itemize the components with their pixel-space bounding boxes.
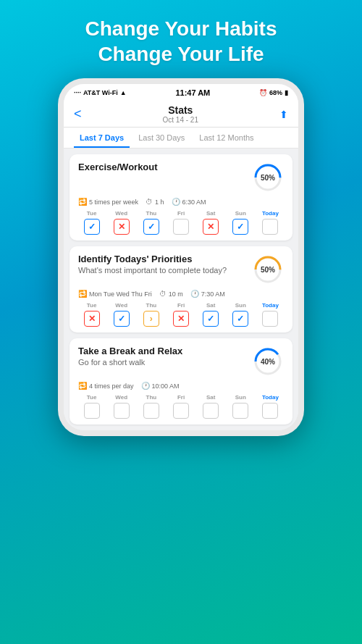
day-label-1-1: Wed xyxy=(115,302,127,309)
status-bar: ···· AT&T Wi-Fi ▲ 11:47 AM ⏰ 68% ▮ xyxy=(64,84,298,100)
day-cell-2-5: Sun xyxy=(227,394,254,419)
day-check-1-5[interactable]: ✓ xyxy=(232,311,248,327)
status-time: 11:47 AM xyxy=(175,88,210,97)
day-cell-2-0: Tue xyxy=(78,394,105,419)
day-label-0-1: Wed xyxy=(115,210,127,217)
day-label-1-3: Fri xyxy=(177,302,185,309)
signal-dots: ···· xyxy=(74,89,81,96)
meta-icon-2-1: 🕐 xyxy=(141,382,150,390)
battery-percent: 68% xyxy=(269,89,282,96)
share-button[interactable]: ⬆ xyxy=(279,109,288,120)
meta-icon-0-2: 🕐 xyxy=(172,198,180,206)
day-check-1-3[interactable]: ✕ xyxy=(173,311,189,327)
carrier: AT&T Wi-Fi xyxy=(83,89,118,96)
meta-icon-1-2: 🕐 xyxy=(190,290,199,298)
day-cell-0-0: Tue✓ xyxy=(78,210,105,235)
habit-card-0: Exercise/Workout 50%🔁5 times per week⏱1 … xyxy=(70,154,292,241)
day-cell-1-1: Wed✓ xyxy=(108,302,135,327)
meta-text-1-2: 7:30 AM xyxy=(201,290,225,298)
meta-item-1-0: 🔁Mon Tue Wed Thu Fri xyxy=(78,290,152,298)
nav-title-block: Stats Oct 14 - 21 xyxy=(163,104,198,124)
day-check-1-0[interactable]: ✕ xyxy=(84,311,100,327)
meta-item-0-2: 🕐6:30 AM xyxy=(172,198,206,206)
day-label-0-4: Sat xyxy=(206,210,215,217)
day-label-2-4: Sat xyxy=(206,394,215,401)
day-label-1-5: Sun xyxy=(235,302,246,309)
tabs-bar: Last 7 Days Last 30 Days Last 12 Months xyxy=(64,127,298,149)
meta-icon-2-0: 🔁 xyxy=(78,382,87,390)
hero-text: Change Your Habits Change Your Life xyxy=(70,0,291,78)
habit-name-2: Take a Break and Relax xyxy=(78,346,182,356)
day-cell-0-6: Today xyxy=(257,210,284,235)
day-label-2-1: Wed xyxy=(115,394,127,401)
habit-progress-0: 50% xyxy=(252,162,284,193)
day-label-2-0: Tue xyxy=(87,394,97,401)
day-label-1-4: Sat xyxy=(206,302,215,309)
day-cell-0-3: Fri xyxy=(167,210,194,235)
meta-icon-0-1: ⏱ xyxy=(146,198,153,206)
day-cell-1-6: Today xyxy=(257,302,284,327)
day-check-2-3[interactable] xyxy=(173,403,189,419)
habit-name-1: Identify Todays' Priorities xyxy=(78,254,227,264)
meta-text-1-1: 10 m xyxy=(169,290,183,298)
day-label-0-6: Today xyxy=(262,210,279,217)
tab-last30days[interactable]: Last 30 Days xyxy=(132,127,190,148)
day-label-0-5: Sun xyxy=(235,210,246,217)
day-check-0-6[interactable] xyxy=(262,219,278,235)
day-check-1-6[interactable] xyxy=(262,311,278,327)
day-label-2-6: Today xyxy=(262,394,279,401)
meta-item-1-2: 🕐7:30 AM xyxy=(190,290,225,298)
meta-item-2-0: 🔁4 times per day xyxy=(78,382,134,390)
day-check-0-0[interactable]: ✓ xyxy=(84,219,100,235)
habit-meta-2: 🔁4 times per day🕐10:00 AM xyxy=(78,382,284,390)
day-check-0-1[interactable]: ✕ xyxy=(114,219,130,235)
day-cell-0-1: Wed✕ xyxy=(108,210,135,235)
day-label-2-3: Fri xyxy=(177,394,185,401)
habit-progress-label-1: 50% xyxy=(261,266,275,274)
day-check-2-4[interactable] xyxy=(203,403,219,419)
day-check-2-2[interactable] xyxy=(143,403,159,419)
day-label-0-3: Fri xyxy=(177,210,185,217)
day-cell-2-2: Thu xyxy=(138,394,164,419)
day-check-2-5[interactable] xyxy=(232,403,248,419)
meta-text-2-1: 10:00 AM xyxy=(152,382,180,390)
day-check-1-1[interactable]: ✓ xyxy=(114,311,130,327)
habit-card-1: Identify Todays' PrioritiesWhat's most i… xyxy=(70,246,292,333)
day-row-2: TueWedThuFriSatSunToday xyxy=(78,394,284,419)
tab-last12months[interactable]: Last 12 Months xyxy=(193,127,259,148)
habit-card-2: Take a Break and RelaxGo for a short wal… xyxy=(70,338,292,425)
day-check-0-3[interactable] xyxy=(173,219,189,235)
day-check-0-5[interactable]: ✓ xyxy=(232,219,248,235)
habit-subtitle-2: Go for a short walk xyxy=(78,358,182,367)
back-button[interactable]: < xyxy=(74,106,82,122)
day-check-1-4[interactable]: ✓ xyxy=(203,311,219,327)
day-label-0-0: Tue xyxy=(87,210,97,217)
wifi-icon: ▲ xyxy=(120,89,127,96)
day-check-2-6[interactable] xyxy=(262,403,278,419)
day-row-0: Tue✓Wed✕Thu✓FriSat✕Sun✓Today xyxy=(78,210,284,235)
hero-line2: Change Your Life xyxy=(85,41,277,67)
day-cell-1-4: Sat✓ xyxy=(198,302,224,327)
nav-subtitle: Oct 14 - 21 xyxy=(163,116,198,124)
status-left: ···· AT&T Wi-Fi ▲ xyxy=(74,89,127,96)
day-label-0-2: Thu xyxy=(146,210,157,217)
day-cell-2-4: Sat xyxy=(198,394,224,419)
day-check-2-1[interactable] xyxy=(114,403,130,419)
status-right: ⏰ 68% ▮ xyxy=(259,89,288,96)
day-cell-0-5: Sun✓ xyxy=(227,210,254,235)
alarm-icon: ⏰ xyxy=(259,89,267,96)
day-cell-1-2: Thu› xyxy=(138,302,164,327)
hero-line1: Change Your Habits xyxy=(85,16,277,41)
day-check-2-0[interactable] xyxy=(84,403,100,419)
tab-last7days[interactable]: Last 7 Days xyxy=(74,127,130,148)
habit-header-1: Identify Todays' PrioritiesWhat's most i… xyxy=(78,254,284,285)
habit-progress-1: 50% xyxy=(252,254,284,285)
day-label-1-2: Thu xyxy=(146,302,157,309)
day-check-0-4[interactable]: ✕ xyxy=(203,219,219,235)
habit-meta-0: 🔁5 times per week⏱1 h🕐6:30 AM xyxy=(78,198,284,206)
day-row-1: Tue✕Wed✓Thu›Fri✕Sat✓Sun✓Today xyxy=(78,302,284,327)
day-cell-0-2: Thu✓ xyxy=(138,210,164,235)
day-check-1-2[interactable]: › xyxy=(143,311,159,327)
day-check-0-2[interactable]: ✓ xyxy=(143,219,159,235)
meta-text-0-1: 1 h xyxy=(155,198,164,206)
